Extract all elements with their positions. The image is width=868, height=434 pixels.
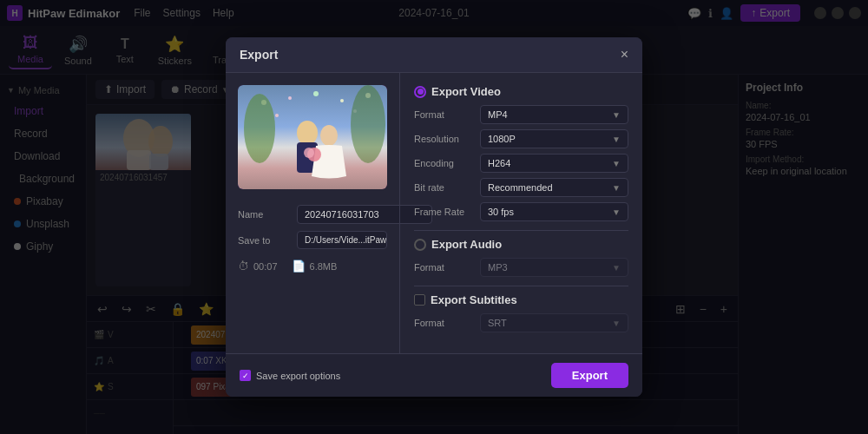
export-video-section: Export Video Format MP4 ▼ Resolution xyxy=(414,85,628,221)
subtitle-format-select: SRT ▼ xyxy=(480,313,628,332)
modal-body: Name Save to 📁 ⏱ 00:07 xyxy=(226,73,642,353)
resolution-row: Resolution 1080P ▼ xyxy=(414,129,628,148)
format-chevron-icon: ▼ xyxy=(612,110,621,120)
bitrate-row: Bit rate Recommended ▼ xyxy=(414,178,628,197)
audio-format-chevron-icon: ▼ xyxy=(612,263,621,273)
encoding-chevron-icon: ▼ xyxy=(612,159,621,168)
audio-format-value: MP3 xyxy=(488,262,508,273)
export-subtitles-section: Export Subtitles Format SRT ▼ xyxy=(414,293,628,332)
export-button[interactable]: Export xyxy=(551,363,628,388)
bitrate-label: Bit rate xyxy=(414,182,473,193)
export-audio-header: Export Audio xyxy=(414,238,628,251)
audio-format-select: MP3 ▼ xyxy=(480,258,628,277)
encoding-select[interactable]: H264 ▼ xyxy=(480,154,628,173)
encoding-value: H264 xyxy=(488,158,510,168)
framerate-row: Frame Rate 30 fps ▼ xyxy=(414,202,628,221)
svg-point-18 xyxy=(244,94,275,163)
svg-point-8 xyxy=(313,91,319,96)
file-icon: 📄 xyxy=(292,260,306,273)
framerate-value: 30 fps xyxy=(488,207,514,217)
save-options-label: Save export options xyxy=(256,371,340,381)
resolution-chevron-icon: ▼ xyxy=(612,135,621,144)
export-subtitles-checkbox[interactable] xyxy=(414,294,425,306)
modal-footer: ✓ Save export options Export xyxy=(226,353,642,397)
export-audio-label: Export Audio xyxy=(431,238,502,251)
name-label: Name xyxy=(238,209,290,220)
export-audio-radio[interactable] xyxy=(414,239,426,251)
svg-point-13 xyxy=(297,121,318,145)
size-meta: 📄 6.8MB xyxy=(292,260,338,273)
subtitle-format-row: Format SRT ▼ xyxy=(414,313,628,332)
modal-settings-panel: Export Video Format MP4 ▼ Resolution xyxy=(399,73,642,353)
duration-value: 00:07 xyxy=(253,261,278,272)
encoding-row: Encoding H264 ▼ xyxy=(414,154,628,173)
size-value: 6.8MB xyxy=(310,261,338,272)
divider-2 xyxy=(414,286,628,286)
svg-point-9 xyxy=(340,99,344,102)
subtitles-header: Export Subtitles xyxy=(414,293,628,306)
export-video-radio[interactable] xyxy=(414,86,426,98)
export-audio-section: Export Audio Format MP3 ▼ xyxy=(414,238,628,277)
modal-header: Export × xyxy=(226,37,642,73)
bitrate-value: Recommended xyxy=(488,182,553,193)
framerate-label: Frame Rate xyxy=(414,207,473,217)
framerate-chevron-icon: ▼ xyxy=(612,207,621,217)
export-subtitles-label: Export Subtitles xyxy=(431,293,517,306)
save-options-group: ✓ Save export options xyxy=(240,370,340,381)
save-to-label: Save to xyxy=(238,235,290,246)
subtitle-format-value: SRT xyxy=(488,318,507,328)
divider-1 xyxy=(414,230,628,231)
audio-format-label: Format xyxy=(414,262,473,273)
save-to-input-group: 📁 xyxy=(297,231,387,249)
framerate-select[interactable]: 30 fps ▼ xyxy=(480,202,628,221)
svg-point-17 xyxy=(304,148,314,158)
export-video-header: Export Video xyxy=(414,85,628,98)
save-options-checkbox[interactable]: ✓ xyxy=(240,370,251,381)
svg-point-15 xyxy=(320,125,338,146)
svg-point-11 xyxy=(275,114,279,117)
export-modal: Export × xyxy=(226,37,642,397)
export-video-label: Export Video xyxy=(431,85,501,98)
resolution-label: Resolution xyxy=(414,134,473,144)
save-to-input[interactable] xyxy=(298,232,387,248)
file-meta: ⏱ 00:07 📄 6.8MB xyxy=(238,260,387,273)
clock-icon: ⏱ xyxy=(238,260,249,273)
audio-format-row: Format MP3 ▼ xyxy=(414,258,628,277)
format-value: MP4 xyxy=(488,109,508,120)
svg-point-7 xyxy=(288,96,292,100)
svg-point-19 xyxy=(351,85,385,163)
name-row: Name xyxy=(238,205,387,224)
resolution-value: 1080P xyxy=(488,134,516,144)
preview-thumbnail xyxy=(238,85,387,189)
modal-overlay: Export × xyxy=(0,0,868,434)
bitrate-chevron-icon: ▼ xyxy=(612,183,621,193)
save-to-row: Save to 📁 xyxy=(238,231,387,249)
modal-close-button[interactable]: × xyxy=(621,48,628,62)
encoding-label: Encoding xyxy=(414,158,473,168)
file-info-fields: Name Save to 📁 xyxy=(238,205,387,249)
resolution-select[interactable]: 1080P ▼ xyxy=(480,129,628,148)
subtitle-format-chevron-icon: ▼ xyxy=(612,319,621,328)
modal-preview-panel: Name Save to 📁 ⏱ 00:07 xyxy=(226,73,399,353)
modal-title: Export xyxy=(240,48,278,62)
preview-image-svg xyxy=(238,85,387,189)
subtitle-format-label: Format xyxy=(414,318,473,328)
format-select[interactable]: MP4 ▼ xyxy=(480,105,628,124)
format-label: Format xyxy=(414,109,473,120)
bitrate-select[interactable]: Recommended ▼ xyxy=(480,178,628,197)
duration-meta: ⏱ 00:07 xyxy=(238,260,278,273)
format-row: Format MP4 ▼ xyxy=(414,105,628,124)
